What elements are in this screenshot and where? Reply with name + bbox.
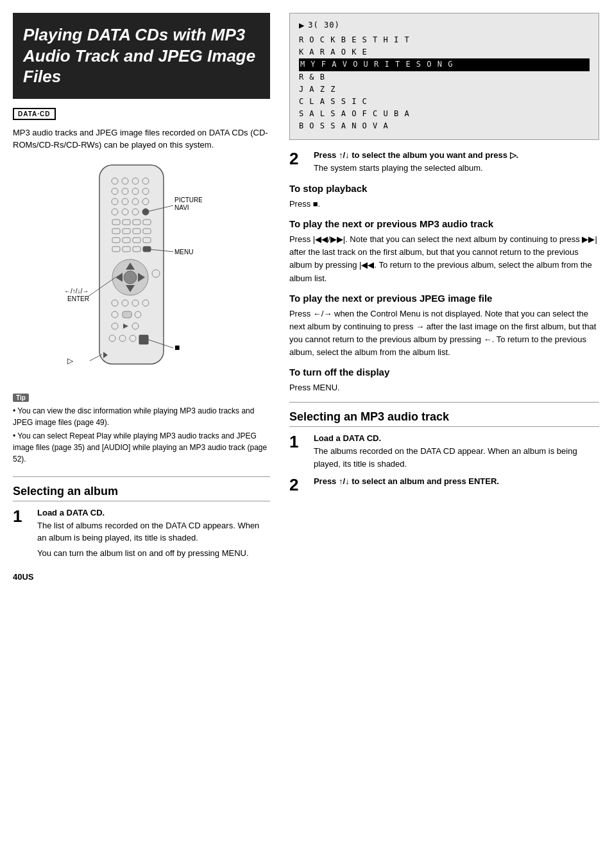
- svg-text:PICTURE: PICTURE: [174, 196, 202, 204]
- svg-point-43: [124, 271, 137, 284]
- divider-2: [289, 402, 599, 403]
- play-jpeg-body: Press ←/→ when the Control Menu is not d…: [289, 308, 599, 360]
- selecting-album-heading: Selecting an album: [13, 485, 270, 501]
- svg-line-65: [90, 354, 102, 361]
- page-title: Playing DATA CDs with MP3 Audio Track an…: [13, 13, 270, 99]
- tip-text: You can view the disc information while …: [13, 405, 270, 465]
- tip-box: Tip You can view the disc information wh…: [13, 392, 270, 465]
- track-rb: R & B: [299, 71, 590, 83]
- step-1-body1: The list of albums recorded on the DATA …: [37, 519, 270, 544]
- svg-point-16: [142, 209, 149, 215]
- step-1-title: Load a DATA CD.: [37, 508, 270, 517]
- track-rock: R O C K B E S T H I T: [299, 34, 590, 46]
- intro-text: MP3 audio tracks and JPEG image files re…: [13, 126, 270, 152]
- step-2-mp3: 2 Press ↑/↓ to select an album and press…: [289, 476, 599, 493]
- svg-text:■: ■: [174, 342, 180, 352]
- svg-rect-61: [139, 335, 148, 344]
- step-2-number: 2: [289, 150, 309, 175]
- svg-text:▷: ▷: [67, 356, 74, 365]
- step-2-mp3-content: Press ↑/↓ to select an album and press E…: [314, 476, 599, 493]
- track-jazz: J A Z Z: [299, 83, 590, 96]
- step-1-body2: You can turn the album list on and off b…: [37, 547, 270, 560]
- svg-rect-53: [123, 311, 132, 318]
- step-2-album: 2 Press ↑/↓ to select the album you want…: [289, 150, 599, 175]
- display-icon: ▶: [299, 20, 304, 30]
- remote-svg: PICTURE NAVI: [61, 162, 202, 380]
- page-number: 40US: [13, 572, 270, 582]
- step-2-content: Press ↑/↓ to select the album you want a…: [314, 150, 599, 175]
- tip-item-1: You can view the disc information while …: [13, 405, 270, 428]
- stop-playback-body: Press ■.: [289, 198, 599, 211]
- step-1-number: 1: [13, 508, 32, 560]
- track-karaoke: K A R A O K E: [299, 46, 590, 58]
- svg-text:←/↑/↓/→: ←/↑/↓/→: [64, 288, 89, 295]
- display-track-list: R O C K B E S T H I T K A R A O K E M Y …: [299, 34, 590, 133]
- remote-diagram: PICTURE NAVI: [13, 162, 270, 382]
- play-mp3-heading: To play the next or previous MP3 audio t…: [289, 218, 599, 229]
- divider-1: [13, 476, 270, 477]
- step-1-mp3-title: Load a DATA CD.: [314, 433, 599, 443]
- step-2-mp3-number: 2: [289, 476, 309, 493]
- track-classic: C L A S S I C: [299, 96, 590, 108]
- stop-playback-heading: To stop playback: [289, 183, 599, 194]
- step-2-mp3-instruction: Press ↑/↓ to select an album and press E…: [314, 476, 599, 486]
- turn-off-display-body: Press MENU.: [289, 381, 599, 394]
- step-1-album: 1 Load a DATA CD. The list of albums rec…: [13, 508, 270, 560]
- display-track-num: 3( 30): [308, 21, 339, 30]
- svg-text:MENU: MENU: [174, 248, 193, 256]
- display-top-row: ▶ 3( 30): [299, 20, 590, 30]
- step-1-mp3: 1 Load a DATA CD. The albums recorded on…: [289, 433, 599, 470]
- step-1-content: Load a DATA CD. The list of albums recor…: [37, 508, 270, 560]
- svg-text:ENTER: ENTER: [67, 295, 89, 302]
- track-salsa: S A L S A O F C U B A: [299, 108, 590, 120]
- step-1-mp3-body: The albums recorded on the DATA CD appea…: [314, 445, 599, 470]
- data-cd-badge: DATA·CD: [13, 108, 56, 120]
- play-mp3-body: Press |◀◀/▶▶|. Note that you can select …: [289, 233, 599, 285]
- svg-text:NAVI: NAVI: [174, 204, 189, 211]
- step-2-body: The system starts playing the selected a…: [314, 162, 599, 175]
- track-my-favourite: M Y F A V O U R I T E S O N G: [299, 58, 590, 71]
- turn-off-display-heading: To turn off the display: [289, 367, 599, 378]
- play-jpeg-heading: To play the next or previous JPEG image …: [289, 293, 599, 304]
- tip-item-2: You can select Repeat Play while playing…: [13, 430, 270, 465]
- display-box: ▶ 3( 30) R O C K B E S T H I T K A R A O…: [289, 13, 599, 140]
- step-1-mp3-content: Load a DATA CD. The albums recorded on t…: [314, 433, 599, 470]
- selecting-mp3-heading: Selecting an MP3 audio track: [289, 410, 599, 427]
- step-2-instruction: Press ↑/↓ to select the album you want a…: [314, 150, 599, 160]
- step-1-mp3-number: 1: [289, 433, 309, 470]
- track-bossa: B O S S A N O V A: [299, 120, 590, 132]
- tip-label: Tip: [13, 394, 29, 402]
